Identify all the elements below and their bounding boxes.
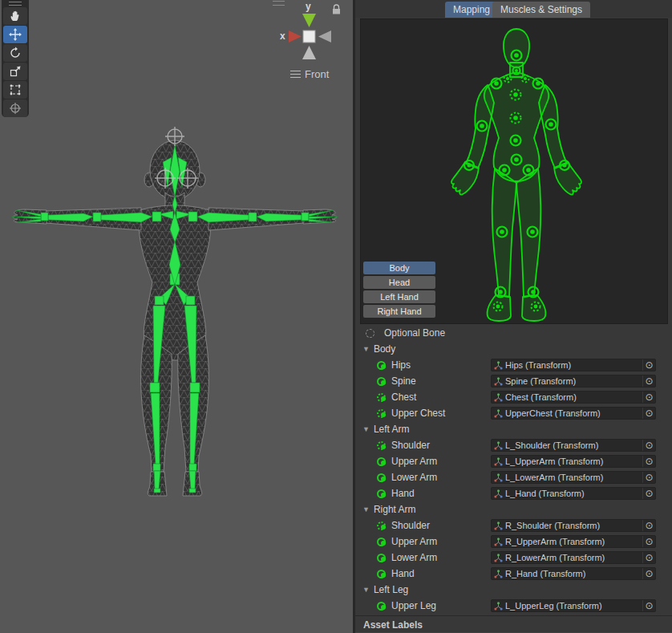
- bone-row: Upper ChestUpperChest (Transform)⊙: [355, 405, 672, 421]
- hand-tool-button[interactable]: [3, 7, 27, 25]
- transform-icon: [494, 441, 503, 450]
- bone-row: Upper ArmL_UpperArm (Transform)⊙: [355, 453, 672, 469]
- object-field[interactable]: R_LowerArm (Transform)⊙: [491, 551, 656, 564]
- avatar-view-buttons: BodyHeadLeft HandRight Hand: [363, 262, 435, 318]
- optional-bone-label: Optional Bone: [384, 327, 445, 339]
- object-picker-icon[interactable]: ⊙: [642, 408, 655, 419]
- object-picker-icon[interactable]: ⊙: [642, 375, 655, 387]
- optional-bone-mapped-icon: [377, 441, 386, 450]
- object-field[interactable]: Chest (Transform)⊙: [491, 391, 656, 404]
- transform-icon: [494, 377, 503, 386]
- transform-icon: [494, 538, 503, 546]
- object-field-value: L_Hand (Transform): [505, 489, 642, 498]
- object-picker-icon[interactable]: ⊙: [642, 520, 655, 531]
- rect-tool-button[interactable]: [3, 81, 27, 99]
- bone-label: Upper Chest: [391, 408, 445, 419]
- object-field-value: Hips (Transform): [505, 360, 642, 370]
- object-field[interactable]: L_UpperArm (Transform)⊙: [491, 455, 656, 468]
- avatar-inspector-panel: Mapping Muscles & Settings: [355, 0, 672, 633]
- transform-icon: [494, 457, 503, 466]
- bone-row: ShoulderL_Shoulder (Transform)⊙: [355, 437, 672, 453]
- toolbar-drag-handle[interactable]: [9, 2, 22, 6]
- bone-row: HandR_Hand (Transform)⊙: [355, 566, 672, 582]
- bone-mapping-list: ▼BodyHipsHips (Transform)⊙SpineSpine (Tr…: [355, 341, 672, 630]
- object-picker-icon[interactable]: ⊙: [642, 359, 655, 371]
- rotate-tool-button[interactable]: [3, 44, 27, 62]
- optional-bone-legend: Optional Bone: [355, 325, 672, 341]
- section-header-left-arm[interactable]: ▼Left Arm: [355, 421, 672, 437]
- optional-bone-mapped-icon: [377, 393, 386, 402]
- asset-labels-title: Asset Labels: [363, 619, 423, 631]
- object-field[interactable]: R_Shoulder (Transform)⊙: [491, 519, 656, 532]
- section-header-body[interactable]: ▼Body: [355, 341, 672, 357]
- object-picker-icon[interactable]: ⊙: [642, 552, 655, 563]
- object-picker-icon[interactable]: ⊙: [642, 392, 655, 403]
- bone-row: Upper ArmR_UpperArm (Transform)⊙: [355, 534, 672, 550]
- transform-icon: [494, 570, 503, 578]
- scale-tool-button[interactable]: [3, 63, 27, 80]
- tab-muscles-settings[interactable]: Muscles & Settings: [492, 2, 590, 18]
- gizmo-view-menu[interactable]: Front: [290, 68, 329, 80]
- transform-icon: [494, 521, 503, 530]
- transform-icon: [494, 393, 503, 402]
- object-field-value: Spine (Transform): [505, 376, 642, 386]
- scene-orientation-gizmo[interactable]: y x Front: [269, 0, 353, 88]
- bone-label: Lower Arm: [391, 552, 437, 563]
- transform-tool-button[interactable]: [3, 99, 27, 117]
- object-field[interactable]: Spine (Transform)⊙: [491, 375, 656, 388]
- object-picker-icon[interactable]: ⊙: [642, 536, 655, 547]
- bone-label: Upper Leg: [391, 600, 436, 611]
- transform-icon: [494, 473, 503, 482]
- object-field[interactable]: R_UpperArm (Transform)⊙: [491, 535, 656, 548]
- optional-bone-icon: [366, 329, 374, 338]
- object-field[interactable]: UpperChest (Transform)⊙: [491, 407, 656, 420]
- object-picker-icon[interactable]: ⊙: [642, 600, 655, 611]
- object-field-value: Chest (Transform): [505, 392, 642, 402]
- bone-row: ShoulderR_Shoulder (Transform)⊙: [355, 517, 672, 534]
- avatar-button-right-hand[interactable]: Right Hand: [363, 305, 435, 318]
- avatar-button-body[interactable]: Body: [363, 262, 435, 274]
- object-field-value: L_Shoulder (Transform): [505, 440, 642, 450]
- object-field-value: L_LowerArm (Transform): [505, 473, 642, 482]
- section-title: Right Arm: [374, 504, 416, 515]
- object-field-value: R_LowerArm (Transform): [505, 553, 642, 562]
- move-tool-button[interactable]: [3, 26, 27, 43]
- avatar-button-left-hand[interactable]: Left Hand: [363, 290, 435, 303]
- tab-mapping[interactable]: Mapping: [445, 2, 498, 18]
- object-field[interactable]: R_Hand (Transform)⊙: [491, 567, 656, 580]
- section-header-left-leg[interactable]: ▼Left Leg: [355, 582, 672, 598]
- required-bone-mapped-icon: [377, 554, 386, 562]
- object-field[interactable]: L_UpperLeg (Transform)⊙: [491, 599, 656, 612]
- bone-label: Lower Arm: [391, 472, 437, 483]
- bone-row: HandL_Hand (Transform)⊙: [355, 485, 672, 501]
- object-picker-icon[interactable]: ⊙: [642, 472, 655, 483]
- asset-labels-bar[interactable]: Asset Labels: [355, 615, 672, 633]
- required-bone-mapped-icon: [377, 570, 386, 578]
- object-field-value: L_UpperArm (Transform): [505, 456, 642, 466]
- bone-label: Spine: [391, 375, 416, 387]
- object-field-value: UpperChest (Transform): [505, 408, 642, 418]
- bone-row: Upper LegL_UpperLeg (Transform)⊙: [355, 598, 672, 614]
- avatar-button-head[interactable]: Head: [363, 276, 435, 289]
- object-field[interactable]: Hips (Transform)⊙: [491, 359, 656, 371]
- object-field[interactable]: L_Hand (Transform)⊙: [491, 487, 656, 500]
- bone-row: ChestChest (Transform)⊙: [355, 389, 672, 405]
- avatar-preview-area: BodyHeadLeft HandRight Hand: [360, 18, 668, 324]
- object-picker-icon[interactable]: ⊙: [642, 488, 655, 499]
- object-picker-icon[interactable]: ⊙: [642, 440, 655, 451]
- transform-icon: [494, 361, 503, 370]
- section-title: Body: [374, 343, 395, 355]
- object-field-value: R_Shoulder (Transform): [505, 521, 642, 530]
- bone-label: Hand: [391, 488, 415, 499]
- transform-icon: [494, 409, 503, 418]
- object-picker-icon[interactable]: ⊙: [642, 568, 655, 579]
- required-bone-mapped-icon: [377, 602, 386, 611]
- bone-row: HipsHips (Transform)⊙: [355, 357, 672, 373]
- section-header-right-arm[interactable]: ▼Right Arm: [355, 501, 672, 517]
- bone-label: Hips: [391, 359, 411, 371]
- scene-view[interactable]: y x Front: [0, 0, 353, 633]
- object-field[interactable]: L_Shoulder (Transform)⊙: [491, 439, 656, 452]
- object-field[interactable]: L_LowerArm (Transform)⊙: [491, 471, 656, 484]
- object-picker-icon[interactable]: ⊙: [642, 456, 655, 467]
- scene-character-mesh: [0, 0, 353, 633]
